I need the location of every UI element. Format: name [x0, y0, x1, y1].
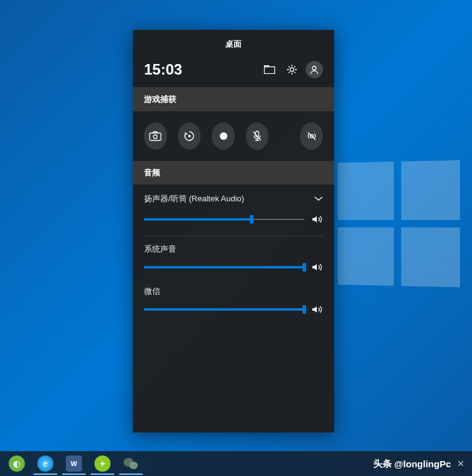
audio-device-row: 扬声器/听筒 (Realtek Audio) [144, 193, 323, 204]
gamebar-time: 15:03 [144, 61, 261, 78]
svg-point-12 [129, 462, 138, 469]
svg-point-1 [290, 68, 294, 71]
mixer-wechat-row [144, 303, 323, 316]
close-icon[interactable]: ✕ [457, 459, 465, 469]
chevron-down-icon[interactable] [314, 196, 323, 201]
svg-point-5 [188, 135, 191, 137]
audio-section-title: 音频 [133, 161, 334, 185]
divider [144, 236, 323, 236]
gear-icon[interactable] [283, 61, 301, 78]
mixer-wechat-slider[interactable] [144, 303, 304, 316]
mixer-label-system: 系统声音 [144, 244, 323, 255]
svg-rect-3 [150, 133, 161, 140]
record-last-button[interactable] [178, 122, 201, 150]
gamebar-title: 桌面 [133, 30, 334, 56]
watermark-prefix: 头条 [373, 458, 392, 470]
svg-point-4 [153, 135, 157, 139]
taskbar: ◐ e W + 头条 @longlingPc [0, 451, 472, 476]
device-volume-row [144, 213, 323, 226]
taskbar-plus[interactable]: + [88, 452, 117, 475]
watermark-handle: @longlingPc [394, 459, 451, 469]
record-button[interactable] [212, 122, 235, 150]
svg-point-2 [312, 66, 316, 70]
gamebar-overlay: 桌面 15:03 游戏捕获 [133, 30, 334, 433]
mixer-system-row [144, 261, 323, 273]
svg-rect-0 [265, 67, 275, 74]
capture-controls [133, 111, 334, 161]
capture-section-title: 游戏捕获 [133, 88, 334, 111]
user-icon[interactable] [306, 61, 323, 78]
mic-off-button[interactable] [246, 122, 269, 150]
volume-icon[interactable] [312, 215, 323, 224]
taskbar-edge[interactable]: e [31, 452, 60, 475]
taskbar-app1[interactable]: ◐ [2, 452, 31, 475]
screenshot-button[interactable] [144, 122, 167, 150]
audio-body: 扬声器/听筒 (Realtek Audio) 系统声音 [133, 185, 334, 433]
capture-spacer [279, 122, 289, 150]
watermark: 头条 @longlingPc [373, 458, 451, 470]
broadcast-button[interactable] [300, 122, 323, 150]
taskbar-wechat[interactable] [117, 452, 145, 475]
mixer-system-slider[interactable] [144, 261, 304, 273]
device-volume-slider[interactable] [144, 213, 304, 226]
folder-icon[interactable] [261, 61, 278, 78]
taskbar-wps[interactable]: W [60, 452, 88, 475]
device-name: 扬声器/听筒 (Realtek Audio) [144, 193, 244, 204]
desktop-windows-logo [338, 160, 460, 287]
gamebar-header: 15:03 [133, 56, 334, 88]
mixer-label-wechat: 微信 [144, 286, 323, 297]
svg-point-6 [220, 132, 227, 140]
volume-icon[interactable] [312, 263, 323, 272]
volume-icon[interactable] [312, 305, 323, 314]
